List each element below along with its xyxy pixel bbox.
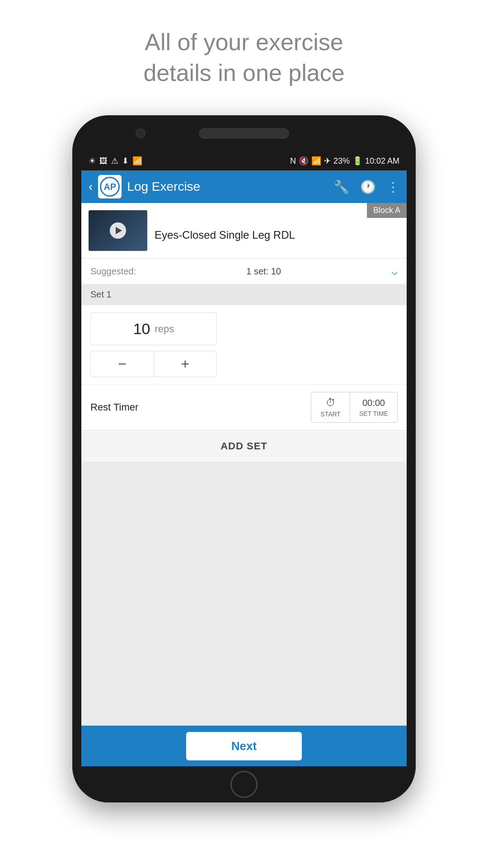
phone-screen: ☀ 🖼 ⚠ ⬇ 📶 N 🔇 📶 ✈ 23% 🔋 10:02 AM ‹ AP xyxy=(81,151,407,766)
wrench-icon[interactable]: 🔧 xyxy=(333,179,349,194)
timer-start-button[interactable]: ⏱ START xyxy=(311,392,350,422)
battery-text: 23% xyxy=(333,156,350,166)
add-set-label: ADD SET xyxy=(221,440,267,452)
nfc-icon: 📶 xyxy=(132,156,142,166)
add-set-button[interactable]: ADD SET xyxy=(81,430,407,462)
brightness-icon: ☀ xyxy=(89,156,96,166)
bottom-bar: Next xyxy=(81,726,407,766)
phone-home-button[interactable] xyxy=(230,771,258,798)
nfc-label: N xyxy=(290,156,296,166)
suggested-label: Suggested: xyxy=(90,266,136,277)
header-title: Log Exercise xyxy=(127,179,328,194)
block-badge: Block A xyxy=(367,203,407,218)
time-display: 10:02 AM xyxy=(365,156,399,166)
phone-bottom-bar xyxy=(72,766,416,802)
status-bar: ☀ 🖼 ⚠ ⬇ 📶 N 🔇 📶 ✈ 23% 🔋 10:02 AM xyxy=(81,151,407,170)
exercise-name: Eyes-Closed Single Leg RDL xyxy=(155,220,295,242)
set-controls: 10 reps − + xyxy=(81,305,407,384)
mute-icon: 🔇 xyxy=(299,156,309,166)
timer-buttons: ⏱ START 00:00 SET TIME xyxy=(311,392,398,423)
exercise-thumbnail[interactable] xyxy=(89,210,147,251)
back-button[interactable]: ‹ xyxy=(89,179,93,194)
phone-shell: ☀ 🖼 ⚠ ⬇ 📶 N 🔇 📶 ✈ 23% 🔋 10:02 AM ‹ AP xyxy=(72,115,416,802)
stepper-row: − + xyxy=(90,351,217,377)
increment-button[interactable]: + xyxy=(154,351,217,377)
play-triangle-icon xyxy=(116,227,122,234)
play-button[interactable] xyxy=(110,222,126,239)
phone-speaker xyxy=(199,128,289,139)
exercise-header: Eyes-Closed Single Leg RDL xyxy=(81,203,407,258)
exercise-card: Block A Eyes-Closed Single Leg RDL xyxy=(81,203,407,258)
phone-top-bar xyxy=(72,115,416,151)
set-label: Set 1 xyxy=(90,289,112,299)
next-button[interactable]: Next xyxy=(186,732,302,760)
set-header: Set 1 xyxy=(81,284,407,305)
rest-timer-row: Rest Timer ⏱ START 00:00 SET TIME xyxy=(81,384,407,430)
decrement-button[interactable]: − xyxy=(91,351,154,377)
reps-unit: reps xyxy=(155,323,174,335)
status-icons-left: ☀ 🖼 ⚠ ⬇ 📶 xyxy=(89,156,142,166)
airplane-icon: ✈ xyxy=(324,156,331,166)
timer-time-value: 00:00 xyxy=(362,398,385,408)
app-header: ‹ AP Log Exercise 🔧 🕐 ⋮ xyxy=(81,170,407,203)
timer-set-time-label: SET TIME xyxy=(359,410,388,417)
image-icon: 🖼 xyxy=(99,156,108,166)
alert-icon: ⚠ xyxy=(111,156,118,166)
wifi-icon: 📶 xyxy=(311,156,321,166)
rest-timer-label: Rest Timer xyxy=(90,401,138,413)
status-icons-right: N 🔇 📶 ✈ 23% 🔋 10:02 AM xyxy=(290,156,399,166)
page-headline: All of your exercise details in one plac… xyxy=(143,27,344,88)
phone-camera xyxy=(136,128,145,138)
app-logo: AP xyxy=(98,175,122,198)
reps-value: 10 xyxy=(133,320,150,338)
chevron-down-icon[interactable]: ⌵ xyxy=(391,265,398,278)
reps-display: 10 reps xyxy=(90,312,217,345)
battery-icon: 🔋 xyxy=(352,156,362,166)
suggested-value: 1 set: 10 xyxy=(246,266,281,277)
empty-content-area xyxy=(81,462,407,726)
suggested-row[interactable]: Suggested: 1 set: 10 ⌵ xyxy=(81,258,407,284)
more-menu-icon[interactable]: ⋮ xyxy=(387,179,399,194)
header-actions: 🔧 🕐 ⋮ xyxy=(333,179,399,194)
timer-clock-icon: ⏱ xyxy=(326,397,336,409)
timer-set-time-button[interactable]: 00:00 SET TIME xyxy=(350,392,397,422)
logo-inner: AP xyxy=(100,177,120,197)
history-icon[interactable]: 🕐 xyxy=(360,179,376,194)
timer-start-label: START xyxy=(320,410,341,418)
download-icon: ⬇ xyxy=(122,156,129,166)
